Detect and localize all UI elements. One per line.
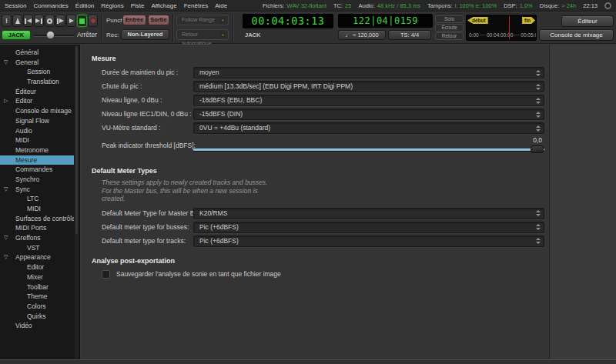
primary-clock-source: JACK	[245, 32, 260, 38]
primary-clock[interactable]: 00:04:03:13	[243, 14, 333, 28]
stop-button[interactable]	[77, 15, 87, 27]
sidebar-item[interactable]: Commandes	[0, 165, 74, 175]
sidebar-item[interactable]: LTC	[0, 194, 74, 204]
sidebar-item[interactable]: VST	[0, 243, 74, 253]
metronome-button[interactable]	[12, 15, 22, 27]
sidebar-item[interactable]: MIDI Ports	[0, 223, 74, 233]
exclamation-icon: !	[5, 18, 8, 25]
expander-icon[interactable]	[4, 252, 8, 262]
sidebar-item[interactable]: Signal Flow	[0, 116, 74, 126]
metronome-icon	[15, 18, 20, 24]
expander-icon[interactable]	[4, 58, 8, 68]
record-button[interactable]	[88, 15, 98, 27]
sidebar-item[interactable]: Colors	[0, 302, 74, 312]
expander-icon[interactable]	[4, 96, 8, 106]
sidebar-item[interactable]: Toolbar	[0, 282, 74, 292]
menu-item[interactable]: Édition	[75, 2, 94, 9]
editor-window-button[interactable]: Éditeur	[561, 15, 614, 27]
dropdown[interactable]: médium [13.3dB/sec] (EBU Digi PPM, IRT D…	[193, 81, 544, 92]
dropdown[interactable]: K20/RMS	[193, 208, 544, 219]
sidebar-item[interactable]: Translation	[0, 77, 74, 87]
sidebar-item[interactable]: Console de mixage	[0, 106, 74, 116]
menu-item[interactable]: Régions	[101, 2, 123, 9]
play-range-button[interactable]	[55, 15, 65, 27]
sidebar-item[interactable]: Editor	[0, 262, 74, 272]
slider-track[interactable]	[193, 149, 544, 151]
mixer-window-button[interactable]: Console de mixage	[539, 29, 614, 41]
preference-row: Durée de maintien du pic : moyen	[81, 66, 549, 80]
listen-button[interactable]: Écoute	[435, 24, 464, 32]
menu-item[interactable]: Aide	[215, 2, 227, 9]
sidebar-item[interactable]: Appearance	[0, 252, 74, 262]
shuttle-handle[interactable]	[46, 31, 55, 39]
spinner-icon	[536, 209, 541, 219]
menu-item[interactable]: Fenêtres	[184, 2, 209, 9]
goto-end-icon	[35, 18, 40, 23]
sidebar-scrollbar[interactable]	[75, 45, 79, 359]
sidebar-item[interactable]: Editor	[0, 96, 74, 106]
feedback-button[interactable]: Retour	[435, 32, 464, 40]
goto-start-button[interactable]	[23, 15, 33, 27]
auto-return-button[interactable]: Retour automatique	[176, 29, 229, 40]
dropdown[interactable]: -15dBFS (DIN)	[193, 109, 544, 120]
menu-item[interactable]: Piste	[131, 2, 145, 9]
spinner-icon	[536, 82, 541, 92]
status-field: DSP: 1,0%	[504, 2, 533, 9]
menu-item[interactable]: Commandes	[33, 2, 68, 9]
save-loudness-checkbox[interactable]	[102, 270, 110, 279]
sidebar-item[interactable]: Vidéo	[0, 321, 74, 331]
sidebar-item[interactable]: Sync	[0, 185, 74, 195]
window-background	[551, 45, 616, 359]
punch-in-button[interactable]: Entrée	[122, 15, 146, 25]
midi-panic-button[interactable]: !	[2, 15, 12, 27]
led-icon	[221, 18, 225, 22]
sidebar-item[interactable]: Audio	[0, 126, 74, 136]
status-field: Audio: 48 kHz / 85,3 ms	[358, 2, 420, 9]
sidebar-item[interactable]: Greffons	[0, 233, 74, 243]
punch-out-button[interactable]: Sortie	[148, 15, 169, 25]
sidebar-item[interactable]: Mesure	[0, 155, 74, 165]
slider-handle[interactable]	[531, 145, 544, 153]
sidebar-item[interactable]: Session	[0, 67, 74, 77]
ardour-window: SessionCommandesÉditionRégionsPisteAffic…	[0, 0, 616, 364]
record-mode-button[interactable]: Non-Layered	[121, 29, 169, 40]
secondary-clock[interactable]: 122|04|0159	[338, 14, 433, 28]
sidebar-item[interactable]: Theme	[0, 292, 74, 302]
sidebar-item[interactable]: General	[0, 58, 74, 68]
sidebar-item[interactable]: Éditeur	[0, 87, 74, 97]
sidebar-item[interactable]: Synchro	[0, 175, 74, 185]
expander-icon[interactable]	[4, 185, 8, 195]
play-button[interactable]	[66, 15, 76, 27]
sidebar-item[interactable]: Mixer	[0, 272, 74, 282]
goto-end-button[interactable]	[34, 15, 44, 27]
sidebar-item[interactable]: MIDI	[0, 135, 74, 145]
goto-start-icon	[25, 18, 26, 24]
sidebar-item[interactable]: Quirks	[0, 312, 74, 322]
scrollbar-thumb[interactable]	[75, 46, 78, 234]
sidebar-item[interactable]: MIDI	[0, 204, 74, 214]
sidebar-item[interactable]: Général	[0, 48, 74, 58]
sidebar-item[interactable]: Metronome	[0, 145, 74, 155]
menu-item[interactable]: Affichage	[151, 2, 176, 9]
dropdown[interactable]: Pic (+6dBFS)	[193, 222, 544, 233]
spinner-icon	[536, 222, 541, 232]
playhead	[509, 16, 510, 39]
dropdown[interactable]: moyen	[193, 67, 544, 78]
sync-source-button[interactable]: JACK	[2, 30, 31, 40]
sidebar-item[interactable]: Surfaces de contrôle	[0, 214, 74, 224]
window-bottom-edge	[0, 359, 616, 364]
expander-icon[interactable]	[4, 233, 8, 243]
dropdown[interactable]: Pic (+6dBFS)	[193, 235, 544, 247]
menu-item[interactable]: Session	[5, 2, 26, 9]
solo-button[interactable]: Solo	[435, 15, 464, 23]
log-indicator-icon[interactable]	[604, 2, 611, 9]
tempo-button[interactable]: ♩ = 120,000	[338, 30, 386, 40]
time-signature-button[interactable]: TS: 4/4	[388, 30, 431, 40]
preferences-main: Général General Session Translat	[0, 45, 616, 359]
dropdown[interactable]: -18dBFS (EBU, BBC)	[193, 95, 544, 106]
dropdown[interactable]: 0VU = +4dBu (standard)	[193, 122, 544, 134]
mini-timeline[interactable]: début fin 0:00 00:04:00:00 00:05:0	[466, 15, 537, 41]
loop-button[interactable]	[45, 15, 55, 27]
peak-threshold-slider[interactable]: 0,0	[193, 135, 544, 157]
follow-range-button[interactable]: Follow Range	[176, 15, 229, 25]
